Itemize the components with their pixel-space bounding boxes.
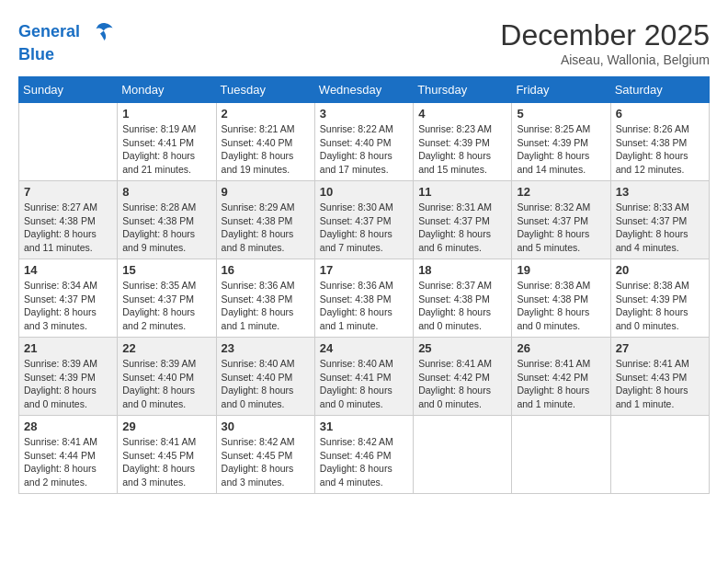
day-info: Sunrise: 8:29 AMSunset: 4:38 PMDaylight:… [222,201,310,255]
calendar-cell: 9Sunrise: 8:29 AMSunset: 4:38 PMDaylight… [216,181,314,259]
day-number: 2 [222,107,310,121]
day-number: 1 [122,107,210,121]
day-number: 18 [418,263,506,277]
day-info: Sunrise: 8:27 AMSunset: 4:38 PMDaylight:… [24,201,112,255]
calendar-cell: 20Sunrise: 8:38 AMSunset: 4:39 PMDayligh… [610,259,709,338]
calendar-cell: 13Sunrise: 8:33 AMSunset: 4:37 PMDayligh… [610,181,709,259]
location: Aiseau, Wallonia, Belgium [500,52,710,67]
calendar-cell: 19Sunrise: 8:38 AMSunset: 4:38 PMDayligh… [512,259,610,338]
calendar-cell: 29Sunrise: 8:41 AMSunset: 4:45 PMDayligh… [118,416,216,494]
weekday-header-tuesday: Tuesday [216,77,314,103]
calendar-cell: 6Sunrise: 8:26 AMSunset: 4:38 PMDaylight… [610,103,709,181]
calendar-cell: 1Sunrise: 8:19 AMSunset: 4:41 PMDaylight… [118,103,216,181]
day-number: 30 [222,419,310,433]
calendar-cell: 23Sunrise: 8:40 AMSunset: 4:40 PMDayligh… [216,338,314,416]
day-number: 15 [122,263,210,277]
weekday-header-saturday: Saturday [610,77,709,103]
day-number: 17 [320,263,408,277]
calendar-cell: 22Sunrise: 8:39 AMSunset: 4:40 PMDayligh… [118,338,216,416]
page-header: General Blue December 2025 Aiseau, Wallo… [18,18,710,67]
calendar-week-row: 1Sunrise: 8:19 AMSunset: 4:41 PMDaylight… [19,103,710,181]
calendar-cell: 27Sunrise: 8:41 AMSunset: 4:43 PMDayligh… [610,338,709,416]
day-info: Sunrise: 8:31 AMSunset: 4:37 PMDaylight:… [418,201,506,255]
day-info: Sunrise: 8:41 AMSunset: 4:45 PMDaylight:… [122,435,210,489]
day-number: 23 [222,341,310,355]
calendar-cell: 16Sunrise: 8:36 AMSunset: 4:38 PMDayligh… [216,259,314,338]
day-number: 31 [320,419,408,433]
logo-line1: General [18,18,114,46]
calendar-cell: 21Sunrise: 8:39 AMSunset: 4:39 PMDayligh… [19,338,118,416]
calendar-cell: 3Sunrise: 8:22 AMSunset: 4:40 PMDaylight… [314,103,413,181]
day-number: 7 [24,185,112,199]
calendar-cell [19,103,118,181]
calendar-cell: 12Sunrise: 8:32 AMSunset: 4:37 PMDayligh… [512,181,610,259]
weekday-header-monday: Monday [118,77,216,103]
day-info: Sunrise: 8:37 AMSunset: 4:38 PMDaylight:… [418,279,506,333]
day-info: Sunrise: 8:36 AMSunset: 4:38 PMDaylight:… [222,279,310,333]
calendar-week-row: 7Sunrise: 8:27 AMSunset: 4:38 PMDaylight… [19,181,710,259]
calendar-table: SundayMondayTuesdayWednesdayThursdayFrid… [18,76,710,494]
calendar-cell: 25Sunrise: 8:41 AMSunset: 4:42 PMDayligh… [414,338,512,416]
day-number: 29 [122,419,210,433]
weekday-header-thursday: Thursday [414,77,512,103]
calendar-cell: 31Sunrise: 8:42 AMSunset: 4:46 PMDayligh… [314,416,413,494]
day-number: 21 [24,341,112,355]
calendar-week-row: 21Sunrise: 8:39 AMSunset: 4:39 PMDayligh… [19,338,710,416]
day-info: Sunrise: 8:23 AMSunset: 4:39 PMDaylight:… [418,122,506,177]
day-info: Sunrise: 8:39 AMSunset: 4:39 PMDaylight:… [24,357,112,411]
day-info: Sunrise: 8:26 AMSunset: 4:38 PMDaylight:… [616,122,704,177]
day-info: Sunrise: 8:42 AMSunset: 4:45 PMDaylight:… [222,435,310,489]
calendar-cell: 2Sunrise: 8:21 AMSunset: 4:40 PMDaylight… [216,103,314,181]
day-number: 13 [616,185,704,199]
calendar-week-row: 14Sunrise: 8:34 AMSunset: 4:37 PMDayligh… [19,259,710,338]
day-number: 11 [418,185,506,199]
day-info: Sunrise: 8:30 AMSunset: 4:37 PMDaylight:… [320,201,408,255]
calendar-cell [610,416,709,494]
logo: General Blue [18,18,114,64]
calendar-cell [512,416,610,494]
day-number: 8 [122,185,210,199]
day-info: Sunrise: 8:32 AMSunset: 4:37 PMDaylight:… [517,201,605,255]
day-info: Sunrise: 8:28 AMSunset: 4:38 PMDaylight:… [122,201,210,255]
day-info: Sunrise: 8:36 AMSunset: 4:38 PMDaylight:… [320,279,408,333]
calendar-cell: 30Sunrise: 8:42 AMSunset: 4:45 PMDayligh… [216,416,314,494]
day-number: 5 [517,107,605,121]
day-info: Sunrise: 8:38 AMSunset: 4:39 PMDaylight:… [616,279,704,333]
calendar-cell: 17Sunrise: 8:36 AMSunset: 4:38 PMDayligh… [314,259,413,338]
calendar-header-row: SundayMondayTuesdayWednesdayThursdayFrid… [19,77,710,103]
logo-line2: Blue [18,46,114,64]
day-number: 9 [222,185,310,199]
calendar-cell: 14Sunrise: 8:34 AMSunset: 4:37 PMDayligh… [19,259,118,338]
day-info: Sunrise: 8:41 AMSunset: 4:43 PMDaylight:… [616,357,704,411]
day-number: 22 [122,341,210,355]
calendar-cell: 24Sunrise: 8:40 AMSunset: 4:41 PMDayligh… [314,338,413,416]
calendar-cell: 18Sunrise: 8:37 AMSunset: 4:38 PMDayligh… [414,259,512,338]
day-number: 14 [24,263,112,277]
day-number: 3 [320,107,408,121]
day-number: 19 [517,263,605,277]
day-info: Sunrise: 8:40 AMSunset: 4:40 PMDaylight:… [222,357,310,411]
calendar-cell: 11Sunrise: 8:31 AMSunset: 4:37 PMDayligh… [414,181,512,259]
month-title: December 2025 [500,18,710,52]
day-number: 6 [616,107,704,121]
day-info: Sunrise: 8:41 AMSunset: 4:44 PMDaylight:… [24,435,112,489]
day-info: Sunrise: 8:33 AMSunset: 4:37 PMDaylight:… [616,201,704,255]
weekday-header-sunday: Sunday [19,77,118,103]
day-number: 25 [418,341,506,355]
calendar-cell: 5Sunrise: 8:25 AMSunset: 4:39 PMDaylight… [512,103,610,181]
calendar-cell: 8Sunrise: 8:28 AMSunset: 4:38 PMDaylight… [118,181,216,259]
calendar-cell: 10Sunrise: 8:30 AMSunset: 4:37 PMDayligh… [314,181,413,259]
day-number: 24 [320,341,408,355]
day-info: Sunrise: 8:39 AMSunset: 4:40 PMDaylight:… [122,357,210,411]
calendar-cell: 15Sunrise: 8:35 AMSunset: 4:37 PMDayligh… [118,259,216,338]
day-number: 4 [418,107,506,121]
day-number: 10 [320,185,408,199]
weekday-header-wednesday: Wednesday [314,77,413,103]
day-number: 16 [222,263,310,277]
day-info: Sunrise: 8:25 AMSunset: 4:39 PMDaylight:… [517,122,605,177]
day-info: Sunrise: 8:22 AMSunset: 4:40 PMDaylight:… [320,122,408,177]
day-info: Sunrise: 8:41 AMSunset: 4:42 PMDaylight:… [418,357,506,411]
day-info: Sunrise: 8:41 AMSunset: 4:42 PMDaylight:… [517,357,605,411]
day-info: Sunrise: 8:34 AMSunset: 4:37 PMDaylight:… [24,279,112,333]
day-number: 20 [616,263,704,277]
